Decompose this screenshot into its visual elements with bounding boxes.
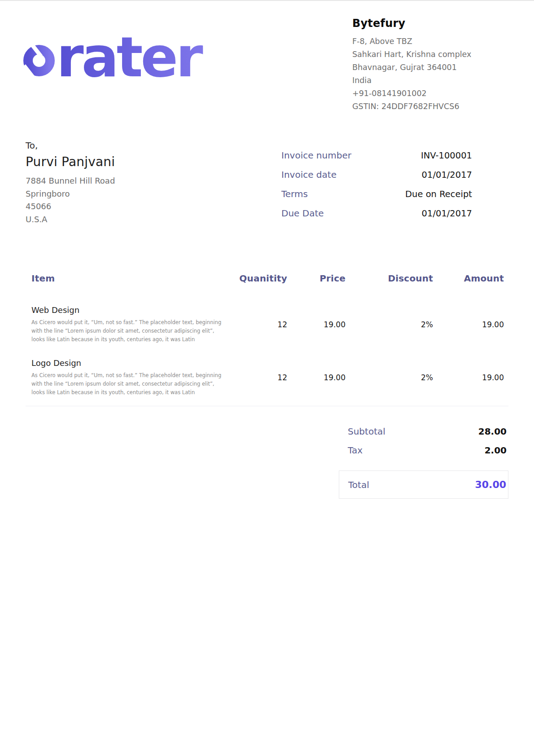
item-price: 19.00 <box>287 373 346 382</box>
company-phone: +91-08141901002 <box>352 87 505 100</box>
tax-label: Tax <box>348 445 363 456</box>
item-amount: 19.00 <box>433 320 506 329</box>
customer-address-line: U.S.A <box>26 213 115 226</box>
table-row: Web Design As Cicero would put it, “Um, … <box>26 300 508 353</box>
terms-row: Terms Due on Receipt <box>281 188 472 201</box>
bill-to-block: To, Purvi Panjvani 7884 Bunnel Hill Road… <box>26 140 115 226</box>
header-item: Item <box>26 273 232 284</box>
item-amount: 19.00 <box>433 373 506 382</box>
table-row: Logo Design As Cicero would put it, “Um,… <box>26 353 508 406</box>
header-price: Price <box>287 273 346 284</box>
customer-address-line: 45066 <box>26 200 115 213</box>
item-price: 19.00 <box>287 320 346 329</box>
totals-section: Subtotal 28.00 Tax 2.00 Total 30.00 <box>339 422 508 499</box>
terms-value: Due on Receipt <box>405 188 472 201</box>
item-name: Logo Design <box>31 358 232 368</box>
customer-name: Purvi Panjvani <box>26 154 115 169</box>
invoice-meta: Invoice number INV-100001 Invoice date 0… <box>281 149 472 226</box>
subtotal-value: 28.00 <box>478 426 507 437</box>
item-description: As Cicero would put it, “Um, not so fast… <box>31 371 225 397</box>
company-info: Bytefury F-8, Above TBZ Sahkari Hart, Kr… <box>352 17 505 113</box>
item-discount: 2% <box>346 373 433 382</box>
invoice-number-value: INV-100001 <box>421 149 472 162</box>
total-box: Total 30.00 <box>339 470 508 499</box>
item-cell: Logo Design As Cicero would put it, “Um,… <box>26 358 232 397</box>
items-table-header: Item Quanitity Price Discount Amount <box>26 273 508 288</box>
company-address-line: India <box>352 74 505 87</box>
item-description: As Cicero would put it, “Um, not so fast… <box>31 318 225 344</box>
brand-logo: rater <box>21 33 223 90</box>
header-amount: Amount <box>433 273 506 284</box>
tax-row: Tax 2.00 <box>339 441 508 460</box>
item-quantity: 12 <box>232 373 287 382</box>
header-quantity: Quanitity <box>232 273 287 284</box>
tax-value: 2.00 <box>485 445 507 456</box>
items-table: Item Quanitity Price Discount Amount Web… <box>26 273 508 406</box>
items-table-body: Web Design As Cicero would put it, “Um, … <box>26 300 508 406</box>
item-quantity: 12 <box>232 320 287 329</box>
company-name: Bytefury <box>352 17 505 30</box>
customer-address-line: 7884 Bunnel Hill Road <box>26 175 115 188</box>
terms-label: Terms <box>281 188 308 201</box>
company-address-line: F-8, Above TBZ <box>352 35 505 48</box>
item-name: Web Design <box>31 305 232 315</box>
subtotal-label: Subtotal <box>348 426 385 437</box>
company-gstin: GSTIN: 24DDF7682FHVCS6 <box>352 100 505 113</box>
company-address-line: Sahkari Hart, Krishna complex <box>352 48 505 61</box>
invoice-date-label: Invoice date <box>281 168 337 181</box>
total-value: 30.00 <box>475 479 506 490</box>
due-date-label: Due Date <box>281 207 324 220</box>
invoice-number-row: Invoice number INV-100001 <box>281 149 472 162</box>
logo-wordmark-text: rater <box>57 33 203 88</box>
item-cell: Web Design As Cicero would put it, “Um, … <box>26 305 232 344</box>
invoice-date-value: 01/01/2017 <box>422 168 472 181</box>
bill-to-label: To, <box>26 140 115 151</box>
total-label: Total <box>348 479 369 490</box>
subtotal-row: Subtotal 28.00 <box>339 422 508 441</box>
company-address-line: Bhavnagar, Gujrat 364001 <box>352 61 505 74</box>
item-discount: 2% <box>346 320 433 329</box>
crater-c-mark <box>22 40 50 82</box>
header-discount: Discount <box>346 273 433 284</box>
due-date-row: Due Date 01/01/2017 <box>281 207 472 220</box>
invoice-number-label: Invoice number <box>281 149 351 162</box>
due-date-value: 01/01/2017 <box>422 207 472 220</box>
crater-logo-icon: rater <box>21 33 223 88</box>
customer-address-line: Springboro <box>26 188 115 201</box>
invoice-date-row: Invoice date 01/01/2017 <box>281 168 472 181</box>
